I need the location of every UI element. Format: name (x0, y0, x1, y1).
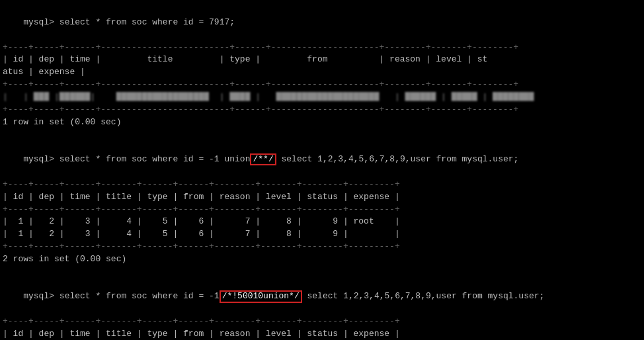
query-line-1: mysql> select * from soc where id = 7917… (3, 4, 641, 42)
query-line-3: mysql> select * from soc where id = -1/*… (3, 278, 641, 316)
query-3-rest: select 1,2,3,4,5,6,7,8,9,user from mysql… (302, 291, 545, 301)
prompt-1: mysql> select * from soc where id = 7917… (23, 17, 235, 27)
blank-2 (3, 266, 641, 278)
header-row-3: | id | dep | time | title | type | from … (3, 328, 641, 340)
query-line-2: mysql> select * from soc where id = -1 u… (3, 141, 641, 179)
divider-2c: +----+-----+------+-------+------+------… (3, 241, 641, 253)
divider-1b: +----+-----+------+---------------------… (3, 79, 641, 91)
divider-2b: +----+-----+------+-------+------+------… (3, 204, 641, 216)
rowcount-2: 2 rows in set (0.00 sec) (3, 253, 641, 266)
header-row-1: | id | dep | time | title | type | from … (3, 54, 641, 66)
query-2-rest: select 1,2,3,4,5,6,7,8,9,user from mysql… (276, 154, 519, 164)
union-highlight-1: /**/ (250, 153, 276, 165)
prompt-2: mysql> select * from soc where id = -1 u… (23, 154, 250, 164)
blank-1 (3, 128, 641, 141)
header-row-1b: atus | expense | (3, 66, 641, 79)
union-highlight-2: /*!50010union*/ (220, 290, 302, 302)
divider-2: +----+-----+------+-------+------+------… (3, 179, 641, 191)
data-row-2b: | 1 | 2 | 3 | 4 | 5 | 6 | 7 | 8 | 9 | | (3, 228, 641, 241)
divider-3: +----+-----+------+-------+------+------… (3, 316, 641, 328)
blurred-data-row: | | ███ |██████| ██████████████████ | ██… (3, 91, 641, 104)
data-row-2a: | 1 | 2 | 3 | 4 | 5 | 6 | 7 | 8 | 9 | ro… (3, 216, 641, 228)
divider-1: +----+-----+------+---------------------… (3, 42, 641, 54)
terminal: mysql> select * from soc where id = 7917… (0, 3, 644, 340)
header-row-2: | id | dep | time | title | type | from … (3, 191, 641, 204)
rowcount-1: 1 row in set (0.00 sec) (3, 116, 641, 129)
divider-1c: +----+-----+------+---------------------… (3, 104, 641, 116)
prompt-3: mysql> select * from soc where id = -1 (23, 291, 219, 301)
